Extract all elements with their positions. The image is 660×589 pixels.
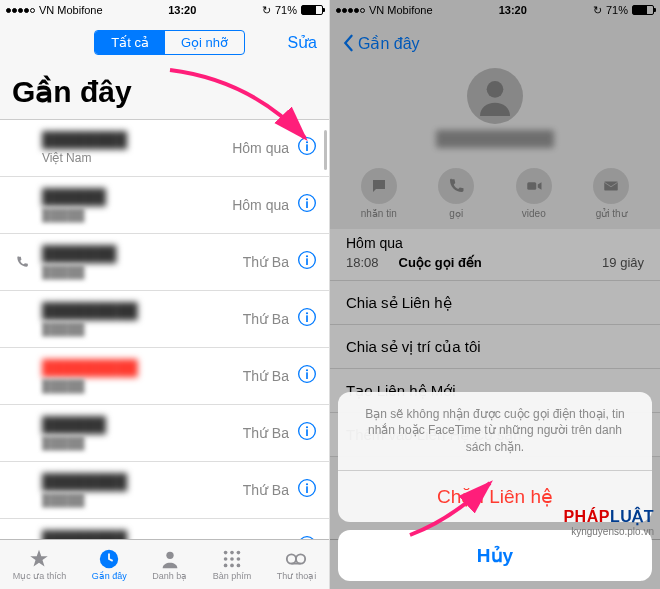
recents-row[interactable]: ████████ Việt Nam Hôm qua xyxy=(0,120,329,177)
recents-row[interactable]: ██████ █████ Thứ Ba xyxy=(0,405,329,462)
recents-row[interactable]: ███████ █████ Thứ Ba xyxy=(0,234,329,291)
svg-rect-20 xyxy=(306,486,308,493)
svg-point-28 xyxy=(237,551,241,555)
segmented-control[interactable]: Tất cả Gọi nhỡ xyxy=(94,30,245,55)
recents-row[interactable]: ████████ █████ Thứ Ba xyxy=(0,462,329,519)
svg-point-36 xyxy=(296,554,305,563)
svg-point-34 xyxy=(237,564,241,568)
svg-point-32 xyxy=(224,564,228,568)
contact-name: █████████ xyxy=(42,302,138,319)
info-button[interactable] xyxy=(297,136,317,160)
svg-point-16 xyxy=(306,426,308,428)
call-time: Thứ Ba xyxy=(243,482,289,498)
contact-sub: █████ xyxy=(42,436,243,450)
svg-rect-14 xyxy=(306,372,308,379)
contact-sub: █████ xyxy=(42,208,232,222)
page-title: Gần đây xyxy=(12,74,317,109)
status-time: 13:20 xyxy=(168,4,196,16)
contact-name: █████████ xyxy=(42,359,138,376)
svg-point-29 xyxy=(224,557,228,561)
svg-rect-5 xyxy=(306,201,308,208)
tab-keypad[interactable]: Bàn phím xyxy=(213,548,252,581)
svg-point-35 xyxy=(287,554,296,563)
svg-rect-2 xyxy=(306,144,308,151)
contact-sub: █████ xyxy=(42,322,243,336)
svg-point-26 xyxy=(224,551,228,555)
watermark: PHÁPLUẬT kynguyenso.plo.vn xyxy=(563,507,654,537)
info-button[interactable] xyxy=(297,307,317,331)
edit-button[interactable]: Sửa xyxy=(287,33,317,52)
tab-contacts[interactable]: Danh bạ xyxy=(152,548,187,581)
svg-rect-17 xyxy=(306,429,308,436)
contact-name: ███████ xyxy=(42,245,116,262)
recents-row[interactable]: ██████ █████ Hôm qua xyxy=(0,177,329,234)
svg-point-25 xyxy=(166,552,173,559)
tab-recents[interactable]: Gần đây xyxy=(92,548,127,581)
svg-rect-8 xyxy=(306,258,308,265)
svg-point-4 xyxy=(306,198,308,200)
outgoing-icon xyxy=(15,255,29,269)
contact-sub: Việt Nam xyxy=(42,151,232,165)
carrier-label: VN Mobifone xyxy=(39,4,103,16)
recents-row[interactable]: █████████ █████ Thứ Ba xyxy=(0,348,329,405)
call-time: Thứ Ba xyxy=(243,425,289,441)
seg-all[interactable]: Tất cả xyxy=(95,31,165,54)
recents-row[interactable]: █████████ █████ Thứ Ba xyxy=(0,291,329,348)
tab-voicemail[interactable]: Thư thoại xyxy=(277,548,317,581)
info-button[interactable] xyxy=(297,421,317,445)
info-button[interactable] xyxy=(297,478,317,502)
contact-sub: █████ xyxy=(42,265,243,279)
contact-name: ████████ xyxy=(42,473,127,490)
call-time: Hôm qua xyxy=(232,140,289,156)
svg-point-27 xyxy=(230,551,234,555)
contact-sub: █████ xyxy=(42,493,243,507)
contact-name: ██████ xyxy=(42,188,106,205)
call-time: Thứ Ba xyxy=(243,254,289,270)
tab-favorites[interactable]: Mục ưa thích xyxy=(13,548,67,581)
contact-name: ████████ xyxy=(42,131,127,148)
svg-rect-11 xyxy=(306,315,308,322)
svg-point-7 xyxy=(306,255,308,257)
svg-point-1 xyxy=(306,141,308,143)
action-sheet: Bạn sẽ không nhận được cuộc gọi điện tho… xyxy=(338,392,652,581)
info-button[interactable] xyxy=(297,364,317,388)
recents-list[interactable]: ████████ Việt Nam Hôm qua ██████ █████ H… xyxy=(0,120,329,576)
sheet-message: Bạn sẽ không nhận được cuộc gọi điện tho… xyxy=(338,392,652,471)
svg-point-31 xyxy=(237,557,241,561)
scroll-indicator xyxy=(324,130,327,170)
svg-point-10 xyxy=(306,312,308,314)
info-button[interactable] xyxy=(297,250,317,274)
call-time: Hôm qua xyxy=(232,197,289,213)
nav-bar: Tất cả Gọi nhỡ Sửa Gần đây xyxy=(0,20,329,120)
call-time: Thứ Ba xyxy=(243,311,289,327)
svg-point-19 xyxy=(306,483,308,485)
status-bar: VN Mobifone 13:20 ↻ 71% xyxy=(0,0,329,20)
contact-sub: █████ xyxy=(42,379,243,393)
tab-bar: Mục ưa thích Gần đây Danh bạ Bàn phím Th… xyxy=(0,539,329,589)
contact-name: ██████ xyxy=(42,416,106,433)
svg-point-30 xyxy=(230,557,234,561)
call-time: Thứ Ba xyxy=(243,368,289,384)
info-button[interactable] xyxy=(297,193,317,217)
seg-missed[interactable]: Gọi nhỡ xyxy=(165,31,244,54)
svg-point-33 xyxy=(230,564,234,568)
battery-label: 71% xyxy=(275,4,297,16)
svg-point-13 xyxy=(306,369,308,371)
cancel-button[interactable]: Hủy xyxy=(338,530,652,581)
